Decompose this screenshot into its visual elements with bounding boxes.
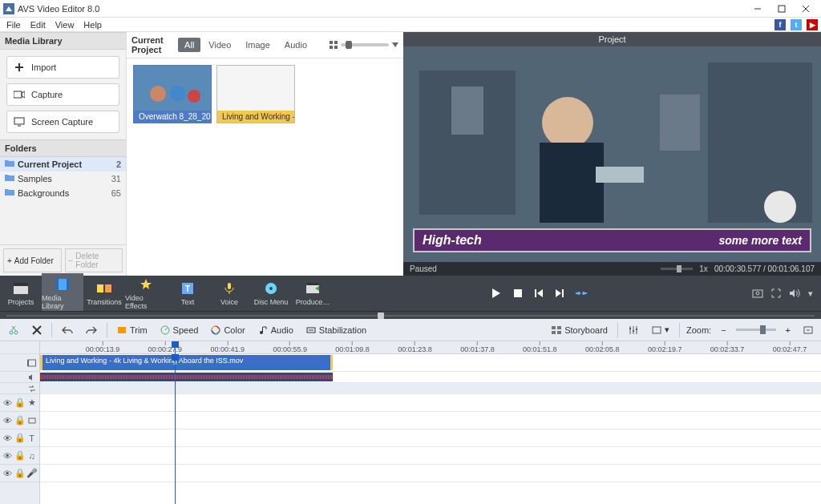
tracks-area[interactable]: Living and Working - 4k Living & Working… — [40, 354, 821, 504]
video-audio-track-header[interactable] — [0, 372, 39, 383]
tab-projects[interactable]: Projects — [0, 273, 42, 313]
tab-transitions[interactable]: Transitions — [83, 273, 125, 313]
svg-rect-28 — [14, 285, 28, 294]
screen-capture-label: Screen Capture — [31, 117, 93, 127]
import-button[interactable]: Import — [6, 56, 119, 79]
overlay-track[interactable] — [40, 412, 821, 429]
folder-samples[interactable]: Samples 31 — [0, 171, 126, 186]
volume-mix-button[interactable] — [625, 324, 642, 337]
stabilization-button[interactable]: Stabilization — [303, 324, 370, 337]
effects-track[interactable] — [40, 394, 821, 412]
preview-seekbar[interactable] — [0, 311, 821, 319]
zoom-in-button[interactable]: + — [783, 324, 794, 337]
menu-file[interactable]: File — [3, 20, 24, 30]
monitor-icon — [14, 116, 25, 127]
minimize-button[interactable] — [746, 2, 770, 16]
star-icon — [137, 276, 155, 292]
audio-clip[interactable] — [40, 373, 333, 381]
twitter-icon[interactable]: t — [791, 19, 802, 30]
volume-button[interactable] — [789, 288, 800, 298]
split-button[interactable] — [576, 288, 587, 298]
facebook-icon[interactable]: f — [774, 19, 786, 30]
redo-button[interactable] — [83, 324, 100, 337]
window-titlebar: AVS Video Editor 8.0 — [0, 0, 821, 18]
storyboard-button[interactable]: Storyboard — [548, 324, 611, 337]
speaker-icon — [27, 373, 36, 381]
screen-capture-button[interactable]: Screen Capture — [6, 111, 119, 133]
prev-frame-button[interactable] — [534, 288, 544, 298]
effects-track-header[interactable]: 👁🔒★ — [0, 394, 39, 412]
clip-overwatch[interactable]: Overwatch 8_28_20… — [133, 65, 212, 123]
video-track[interactable]: Living and Working - 4k Living & Working… — [40, 354, 821, 372]
dropdown-icon[interactable]: ▾ — [808, 288, 813, 299]
add-folder-button[interactable]: +Add Folder — [3, 248, 62, 272]
delete-clip-button[interactable] — [29, 324, 45, 337]
overlay-track-header[interactable]: 👁🔒 — [0, 412, 39, 429]
tab-text[interactable]: TText — [167, 273, 208, 313]
clip-living-working[interactable]: Living and Working - … — [216, 65, 295, 123]
youtube-icon[interactable]: ▶ — [807, 19, 818, 30]
tab-voice[interactable]: Voice — [208, 273, 250, 313]
tab-all[interactable]: All — [178, 38, 200, 52]
svg-rect-57 — [118, 327, 126, 333]
tab-image[interactable]: Image — [239, 38, 277, 52]
svg-point-16 — [170, 86, 186, 102]
split-clip-button[interactable] — [5, 323, 22, 337]
stop-button[interactable] — [513, 288, 523, 298]
audio-button[interactable]: Audio — [255, 324, 297, 337]
tab-video-effects[interactable]: Video Effects — [125, 273, 167, 313]
svg-line-53 — [11, 326, 15, 331]
audio-track[interactable] — [40, 447, 821, 465]
trim-button[interactable]: Trim — [114, 324, 151, 337]
tab-disc-menu[interactable]: Disc Menu — [250, 273, 292, 313]
grid-view-icon[interactable] — [330, 41, 338, 49]
time-total: 00:01:06.107 — [768, 264, 815, 273]
text-track[interactable] — [40, 429, 821, 447]
delete-folder-button[interactable]: −Delete Folder — [65, 248, 123, 272]
speed-button[interactable]: Speed — [157, 324, 202, 337]
maximize-button[interactable] — [770, 2, 794, 16]
video-track-header[interactable] — [0, 354, 39, 372]
color-button[interactable]: Color — [208, 324, 248, 337]
minus-icon: − — [69, 256, 74, 265]
folder-backgrounds[interactable]: Backgrounds 65 — [0, 186, 126, 200]
text-track-header[interactable]: 👁🔒T — [0, 429, 39, 447]
preview-video[interactable]: High-tech some more text — [403, 46, 821, 262]
snapshot-button[interactable] — [752, 288, 763, 298]
timeline-ruler[interactable]: 00:00:13.900:00:27.900:00:41.900:00:55.9… — [40, 341, 821, 354]
dropdown-icon[interactable] — [392, 42, 398, 47]
capture-button[interactable]: Capture — [6, 83, 119, 106]
aspect-button[interactable]: ▾ — [649, 323, 673, 337]
menu-view[interactable]: View — [52, 20, 78, 30]
close-button[interactable] — [794, 2, 818, 16]
svg-rect-43 — [535, 289, 536, 297]
svg-rect-12 — [330, 46, 333, 49]
play-button[interactable] — [491, 288, 502, 299]
menu-help[interactable]: Help — [80, 20, 105, 30]
thumbnail-size-slider[interactable] — [341, 43, 389, 46]
video-clip[interactable]: Living and Working - 4k Living & Working… — [40, 355, 333, 370]
fullscreen-button[interactable] — [771, 288, 781, 298]
audio-track-header[interactable]: 👁🔒♫ — [0, 447, 39, 465]
playhead[interactable] — [175, 354, 176, 504]
video-audio-track[interactable] — [40, 372, 821, 383]
current-project-label: Current Project — [131, 35, 170, 54]
voice-track[interactable] — [40, 465, 821, 482]
playhead[interactable] — [175, 341, 176, 354]
transition-track-header[interactable] — [0, 383, 39, 394]
undo-button[interactable] — [59, 324, 76, 337]
next-frame-button[interactable] — [555, 288, 564, 298]
folder-current-project[interactable]: Current Project 2 — [0, 157, 126, 171]
tab-produce[interactable]: Produce… — [292, 273, 334, 313]
speed-slider[interactable] — [661, 268, 693, 270]
transition-track[interactable] — [40, 383, 821, 394]
zoom-slider[interactable] — [736, 329, 776, 331]
fit-zoom-button[interactable] — [800, 325, 816, 336]
zoom-out-button[interactable]: − — [718, 324, 729, 337]
svg-point-48 — [582, 292, 585, 295]
tab-video[interactable]: Video — [202, 38, 237, 52]
tab-media-library[interactable]: Media Library — [42, 273, 83, 313]
voice-track-header[interactable]: 👁🔒🎤 — [0, 465, 39, 482]
menu-edit[interactable]: Edit — [27, 20, 49, 30]
tab-audio[interactable]: Audio — [278, 38, 313, 52]
